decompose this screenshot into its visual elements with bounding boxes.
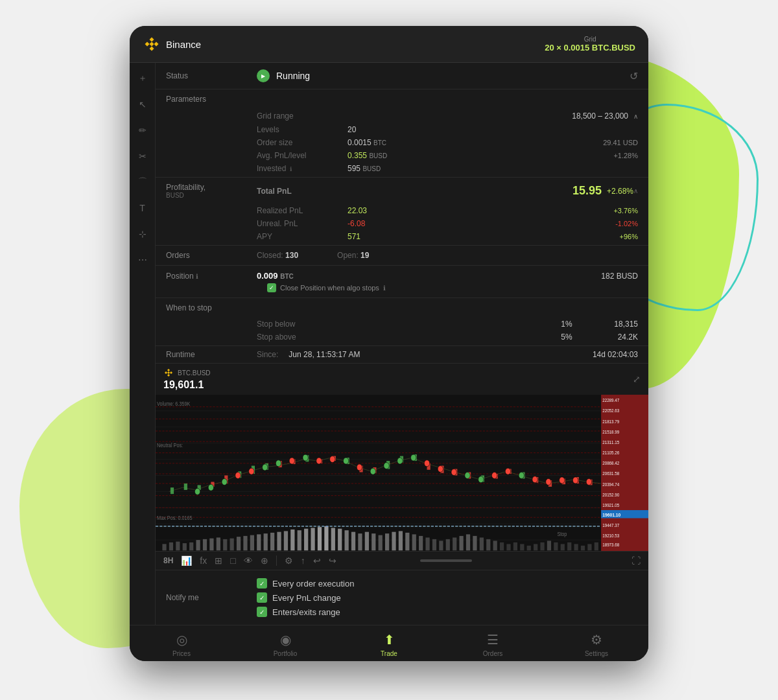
profitability-label: Profitability, BUSD xyxy=(166,183,257,199)
runtime-since-label: Since: xyxy=(257,350,278,359)
timeframe-selector[interactable]: 8H xyxy=(163,556,173,565)
logo-area: Binance xyxy=(143,35,201,53)
avg-pnl-value: 0.355 BUSD xyxy=(348,151,613,160)
svg-point-163 xyxy=(451,469,456,476)
order-size-row: Order size 0.0015 BTC 29.41 USD xyxy=(156,136,648,149)
svg-text:1: 1 xyxy=(233,550,237,551)
eye-icon[interactable]: 👁 xyxy=(244,555,253,566)
realized-pnl-row: Realized PnL 22.03 +3.76% xyxy=(156,204,648,217)
svg-point-173 xyxy=(586,478,591,485)
nav-item-orders[interactable]: ☰ Orders xyxy=(473,632,512,657)
nav-item-prices[interactable]: ◎ Prices xyxy=(162,632,201,657)
svg-rect-77 xyxy=(446,539,450,550)
undo-icon[interactable]: ↩ xyxy=(313,555,321,566)
play-icon: ▶ xyxy=(257,69,270,82)
svg-rect-74 xyxy=(425,537,429,550)
portfolio-label: Portfolio xyxy=(274,650,298,657)
fx-icon[interactable]: fx xyxy=(200,555,207,566)
redo-icon[interactable]: ↪ xyxy=(329,555,336,566)
order-size-value: 0.0015 BTC xyxy=(348,138,603,147)
refresh-icon[interactable]: ↺ xyxy=(630,70,638,82)
nav-item-settings[interactable]: ⚙ Settings xyxy=(577,632,616,657)
share-icon[interactable]: ↑ xyxy=(301,555,305,566)
svg-marker-4 xyxy=(150,42,154,47)
svg-rect-85 xyxy=(500,542,504,550)
runtime-label: Runtime xyxy=(166,350,257,359)
nav-item-trade[interactable]: ⬆ Trade xyxy=(370,632,408,657)
tool-cursor-icon[interactable]: ↖ xyxy=(135,97,150,112)
toolbar-separator xyxy=(276,555,277,566)
status-label: Status xyxy=(166,71,257,80)
tool-pen-icon[interactable]: ✏ xyxy=(135,122,150,138)
apy-row: APY 571 +96% xyxy=(156,230,648,245)
svg-rect-79 xyxy=(459,536,463,550)
when-to-stop-label: When to stop xyxy=(166,303,257,312)
chart-binance-icon xyxy=(163,368,174,378)
svg-rect-41 xyxy=(203,539,207,550)
status-value: Running xyxy=(276,71,310,81)
notify-order-checkbox[interactable]: ✓ xyxy=(257,578,267,589)
svg-text:19601.10: 19601.10 xyxy=(602,511,620,518)
indicators-icon[interactable]: 📊 xyxy=(181,555,192,566)
total-pnl-value: 15.95 xyxy=(572,184,602,198)
svg-point-158 xyxy=(384,463,389,469)
svg-marker-1 xyxy=(145,42,150,47)
notify-pnl-checkbox[interactable]: ✓ xyxy=(257,592,267,603)
grid-label: Grid xyxy=(545,36,635,43)
svg-rect-68 xyxy=(385,533,389,550)
stop-below-value: 18,315 xyxy=(586,320,638,329)
realized-pnl-pct: +3.76% xyxy=(613,207,638,215)
svg-rect-91 xyxy=(540,542,544,550)
svg-text:20394.74: 20394.74 xyxy=(602,482,619,487)
close-position-checkbox[interactable]: ✓ xyxy=(267,283,276,292)
svg-rect-87 xyxy=(513,542,517,550)
svg-rect-86 xyxy=(506,544,510,550)
layers-icon[interactable]: ⊕ xyxy=(261,555,268,566)
trade-label: Trade xyxy=(381,650,397,657)
notify-range-checkbox[interactable]: ✓ xyxy=(257,607,267,617)
main-content: ＋ ↖ ✏ ✂ ⌒ T ⊹ ⋯ Status ▶ Running ↺ xyxy=(130,63,648,625)
chart-symbol-text: BTC.BUSD xyxy=(178,369,211,377)
close-position-row: ✓ Close Position when algo stops ℹ xyxy=(166,281,638,292)
unreal-pnl-row: Unreal. PnL -6.08 -1.02% xyxy=(156,217,648,230)
svg-rect-49 xyxy=(257,534,261,550)
svg-point-149 xyxy=(262,464,267,471)
svg-rect-39 xyxy=(189,542,193,550)
chart-expand-icon[interactable]: ⤢ xyxy=(633,374,641,384)
tool-measure-icon[interactable]: ⊹ xyxy=(135,226,150,242)
runtime-section: Runtime Since: Jun 28, 11:53:17 AM 14d 0… xyxy=(156,346,648,364)
svg-marker-5 xyxy=(167,369,170,371)
tool-more-icon[interactable]: ⋯ xyxy=(135,252,150,268)
svg-rect-70 xyxy=(399,531,403,550)
position-label: Position ℹ xyxy=(166,272,257,281)
pnl-section: Profitability, BUSD Total PnL 15.95 +2.6… xyxy=(156,178,648,246)
compare-icon[interactable]: □ xyxy=(230,555,235,566)
position-value: 0.009 BTC xyxy=(257,271,294,281)
unreal-pnl-pct: -1.02% xyxy=(615,220,638,228)
svg-point-151 xyxy=(289,458,294,464)
settings-gear-icon[interactable]: ⚙ xyxy=(285,555,293,566)
svg-rect-40 xyxy=(196,540,200,550)
fullscreen-icon[interactable]: ⛶ xyxy=(631,555,641,566)
stop-below-row: Stop below 1% 18,315 xyxy=(156,318,648,331)
svg-rect-45 xyxy=(230,539,234,551)
svg-marker-8 xyxy=(167,374,170,377)
tool-arc-icon[interactable]: ⌒ xyxy=(135,174,150,190)
svg-point-157 xyxy=(370,468,375,474)
svg-rect-58 xyxy=(318,527,322,550)
crosshair-tool-icon[interactable]: ⊞ xyxy=(215,555,222,566)
svg-rect-72 xyxy=(412,534,416,550)
svg-rect-48 xyxy=(250,535,254,551)
apy-label: APY xyxy=(257,232,348,241)
svg-point-155 xyxy=(343,458,348,464)
tool-scissors-icon[interactable]: ✂ xyxy=(135,148,150,164)
parameters-label: Parameters xyxy=(166,95,257,104)
tool-crosshair-icon[interactable]: ＋ xyxy=(135,71,150,86)
nav-item-portfolio[interactable]: ◉ Portfolio xyxy=(266,632,305,657)
parameters-section: Parameters Grid range 18,500 – 23,000 ∧ … xyxy=(156,89,648,178)
svg-marker-6 xyxy=(165,371,167,374)
orders-icon: ☰ xyxy=(487,632,499,648)
grid-value: 20 × 0.0015 BTC.BUSD xyxy=(545,43,635,52)
orders-content: Closed: 130 Open: 19 xyxy=(257,251,638,260)
tool-text-icon[interactable]: T xyxy=(135,200,150,216)
